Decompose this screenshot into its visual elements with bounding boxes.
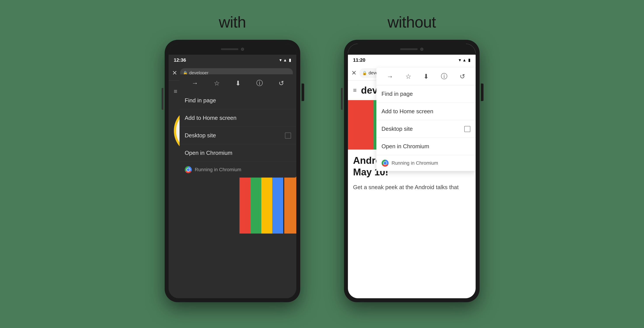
signal-icon-right: ▲	[462, 58, 466, 62]
right-desktop-site[interactable]: Desktop site	[376, 120, 476, 138]
right-status-bar: 11:20 ▾ ▲ ▮	[348, 55, 476, 66]
left-close-tab-button[interactable]: ✕	[172, 69, 177, 76]
volume-button-left	[162, 88, 163, 110]
open-in-chromium-label-left: Open in Chromium	[185, 150, 232, 156]
right-lock-icon: 🔒	[362, 71, 367, 76]
left-overflow-menu: → ☆ ⬇ ⓘ ↺ Find in page Add to Home scree…	[180, 74, 296, 178]
right-overflow-menu: → ☆ ⬇ ⓘ ↺ Find in page Add to Home scree…	[376, 68, 476, 171]
left-status-bar: 12:36 ▾ ▲ ▮	[168, 55, 296, 66]
running-in-chromium-right: Running in Chromium	[392, 160, 438, 166]
right-column: without 11:20 ▾ ▲ ▮	[344, 13, 480, 302]
find-in-page-label-right: Find in page	[382, 90, 413, 97]
right-time: 11:20	[353, 57, 366, 63]
left-column: with 12:36 ▾ ▲ ▮	[165, 13, 300, 302]
bookmark-icon-right[interactable]: ☆	[406, 72, 411, 80]
left-hamburger-icon[interactable]: ≡	[174, 88, 177, 95]
chromium-logo-left	[185, 166, 192, 173]
desktop-site-label-left: Desktop site	[185, 132, 216, 139]
volume-button-right	[341, 88, 343, 110]
desktop-site-label-right: Desktop site	[382, 126, 413, 132]
right-phone-inner: 11:20 ▾ ▲ ▮ ✕ 🔒 developer	[348, 44, 476, 298]
chromium-logo-right	[382, 160, 388, 166]
desktop-site-checkbox-right[interactable]	[464, 126, 470, 132]
download-icon-left[interactable]: ⬇	[235, 80, 241, 87]
left-time: 12:36	[174, 57, 186, 63]
right-status-icons: ▾ ▲ ▮	[459, 58, 470, 62]
camera-dot-right	[420, 48, 423, 51]
speaker-bar-left	[221, 48, 238, 50]
add-to-home-label-left: Add to Home screen	[185, 114, 236, 121]
power-button-right	[481, 84, 484, 101]
refresh-icon-left[interactable]: ↺	[278, 80, 284, 87]
right-open-in-chromium[interactable]: Open in Chromium	[376, 138, 476, 155]
left-phone-frame: 12:36 ▾ ▲ ▮ ✕ 🔒 developer	[165, 40, 300, 302]
wifi-icon-left: ▾	[280, 58, 282, 62]
running-in-chromium-left: Running in Chromium	[195, 167, 242, 172]
right-menu-icons-bar: → ☆ ⬇ ⓘ ↺	[376, 68, 476, 85]
open-in-chromium-label-right: Open in Chromium	[382, 143, 429, 150]
power-button-left	[302, 84, 304, 101]
right-close-tab-button[interactable]: ✕	[352, 69, 356, 76]
left-open-in-chromium[interactable]: Open in Chromium	[180, 144, 296, 162]
wifi-icon-right: ▾	[459, 58, 461, 62]
signal-icon-left: ▲	[283, 58, 287, 62]
bookmark-icon-left[interactable]: ☆	[214, 80, 220, 87]
left-phone-top-bar	[168, 44, 296, 55]
forward-icon-right[interactable]: →	[386, 73, 393, 80]
right-hamburger-icon[interactable]: ≡	[353, 87, 357, 94]
left-phone-inner: 12:36 ▾ ▲ ▮ ✕ 🔒 developer	[168, 44, 296, 298]
battery-icon-left: ▮	[289, 58, 291, 62]
find-in-page-label-left: Find in page	[185, 97, 216, 104]
refresh-icon-right[interactable]: ↺	[460, 72, 465, 80]
left-chromium-footer: Running in Chromium	[180, 162, 296, 178]
left-add-to-home[interactable]: Add to Home screen	[180, 109, 296, 127]
info-icon-left[interactable]: ⓘ	[256, 79, 263, 88]
left-status-icons: ▾ ▲ ▮	[280, 58, 291, 62]
speaker-bar-right	[400, 48, 418, 50]
download-icon-right[interactable]: ⬇	[423, 72, 429, 80]
right-phone-frame: 11:20 ▾ ▲ ▮ ✕ 🔒 developer	[344, 40, 480, 302]
desktop-site-checkbox-left[interactable]	[285, 132, 291, 139]
right-phone-top-bar	[348, 44, 476, 55]
left-menu-icons-bar: → ☆ ⬇ ⓘ ↺	[180, 74, 296, 92]
right-title: without	[388, 13, 436, 31]
right-article-subtitle: Get a sneak peek at the Android talks th…	[353, 183, 470, 191]
left-title: with	[219, 13, 246, 31]
camera-dot-left	[241, 48, 244, 51]
right-article-subtitle-area: Get a sneak peek at the Android talks th…	[348, 183, 476, 194]
right-add-to-home[interactable]: Add to Home screen	[376, 103, 476, 120]
left-desktop-site[interactable]: Desktop site	[180, 127, 296, 144]
left-find-in-page[interactable]: Find in page	[180, 92, 296, 109]
info-icon-right[interactable]: ⓘ	[441, 72, 448, 81]
add-to-home-label-right: Add to Home screen	[382, 108, 434, 115]
right-chromium-footer: Running in Chromium	[376, 155, 476, 171]
right-find-in-page[interactable]: Find in page	[376, 85, 476, 103]
battery-icon-right: ▮	[468, 58, 470, 62]
main-container: with 12:36 ▾ ▲ ▮	[0, 0, 644, 328]
forward-icon-left[interactable]: →	[192, 80, 198, 87]
